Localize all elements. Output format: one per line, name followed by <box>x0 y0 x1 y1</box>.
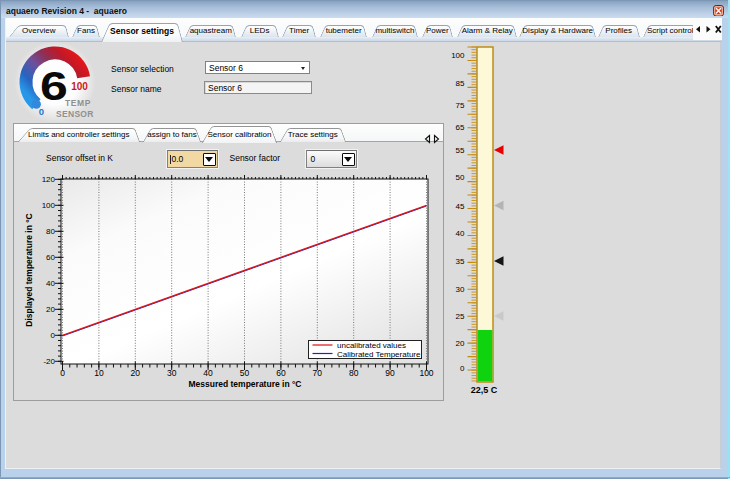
svg-text:100: 100 <box>419 368 433 378</box>
svg-text:35: 35 <box>456 257 465 266</box>
svg-text:20: 20 <box>131 368 141 378</box>
svg-text:40: 40 <box>456 229 465 238</box>
svg-text:0: 0 <box>460 364 465 373</box>
svg-text:100: 100 <box>71 81 88 92</box>
svg-text:30: 30 <box>456 285 465 294</box>
svg-text:20: 20 <box>456 339 465 348</box>
svg-text:85: 85 <box>456 79 465 88</box>
svg-text:45: 45 <box>456 202 465 211</box>
svg-text:SENSOR: SENSOR <box>56 109 94 119</box>
svg-text:100: 100 <box>451 51 465 60</box>
svg-text:60: 60 <box>276 368 286 378</box>
svg-text:6: 6 <box>40 63 68 109</box>
svg-text:65: 65 <box>456 123 465 132</box>
svg-text:120: 120 <box>42 175 56 184</box>
svg-text:55: 55 <box>456 146 465 155</box>
svg-text:Messured temperature in °C: Messured temperature in °C <box>189 379 302 389</box>
svg-text:-20: -20 <box>43 357 55 366</box>
svg-text:40: 40 <box>46 279 55 288</box>
svg-text:22,5 C: 22,5 C <box>471 385 498 395</box>
svg-text:80: 80 <box>46 227 55 236</box>
svg-text:25: 25 <box>456 312 465 321</box>
svg-text:50: 50 <box>240 368 250 378</box>
svg-text:100: 100 <box>42 201 56 210</box>
svg-text:0: 0 <box>60 368 65 378</box>
svg-text:75: 75 <box>456 101 465 110</box>
svg-text:50: 50 <box>456 173 465 182</box>
svg-text:10: 10 <box>94 368 104 378</box>
svg-text:0: 0 <box>51 331 56 340</box>
svg-text:80: 80 <box>349 368 359 378</box>
svg-text:Displayed temperature in °C: Displayed temperature in °C <box>24 213 34 326</box>
svg-text:90: 90 <box>385 368 395 378</box>
svg-text:60: 60 <box>46 253 55 262</box>
svg-text:70: 70 <box>313 368 323 378</box>
svg-text:40: 40 <box>203 368 213 378</box>
svg-text:TEMP: TEMP <box>65 98 91 108</box>
svg-text:20: 20 <box>46 305 55 314</box>
svg-text:30: 30 <box>167 368 177 378</box>
svg-text:0: 0 <box>39 106 44 117</box>
svg-text:Calibrated Temperature: Calibrated Temperature <box>337 350 421 359</box>
